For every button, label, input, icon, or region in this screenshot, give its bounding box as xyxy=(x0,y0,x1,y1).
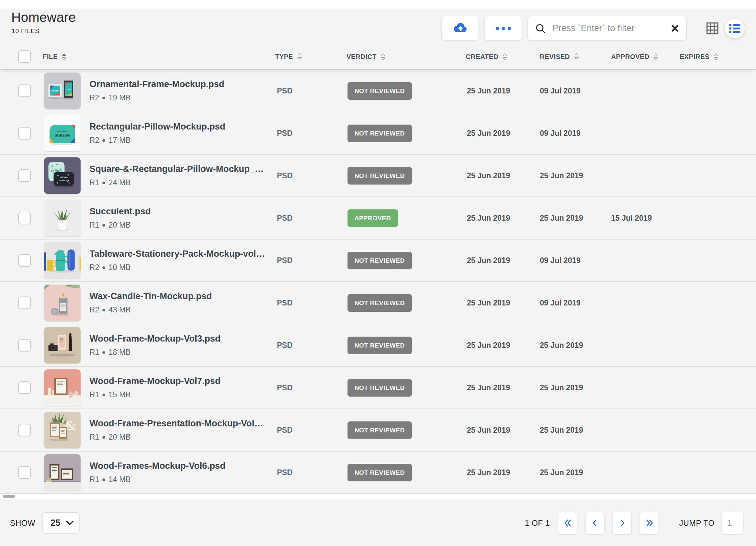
file-size: 15 MB xyxy=(108,390,130,399)
divider xyxy=(696,20,696,37)
file-thumbnail[interactable] xyxy=(44,200,81,236)
column-header-created[interactable]: CREATED xyxy=(451,53,527,61)
sort-icon[interactable] xyxy=(653,53,658,61)
file-revision: R2 xyxy=(90,263,99,272)
file-size: 19 MB xyxy=(108,93,130,102)
grid-icon xyxy=(706,22,719,34)
sort-icon[interactable] xyxy=(297,53,302,61)
revised-date: 25 Jun 2019 xyxy=(527,426,600,435)
row-type-cell: PSD xyxy=(269,171,335,180)
row-checkbox[interactable] xyxy=(18,254,31,267)
column-header-approved[interactable]: APPROVED xyxy=(600,53,673,61)
column-header-verdict[interactable]: VERDICT xyxy=(335,53,451,61)
column-label: APPROVED xyxy=(611,53,649,61)
sort-icon[interactable] xyxy=(574,53,579,61)
file-name[interactable]: Ornamental-Frame-Mockup.psd xyxy=(90,79,267,90)
file-thumbnail[interactable] xyxy=(44,284,81,321)
column-label: TYPE xyxy=(275,53,293,61)
file-name[interactable]: Wood-Frame-Presentation-Mockup-Vol9.… xyxy=(90,418,267,429)
row-checkbox[interactable] xyxy=(18,381,31,394)
verdict-badge: NOT REVIEWED xyxy=(347,336,412,354)
column-header-type[interactable]: TYPE xyxy=(269,53,335,61)
row-type-cell: PSD xyxy=(269,426,335,435)
file-type: PSD xyxy=(277,171,292,180)
row-checkbox[interactable] xyxy=(18,85,31,97)
revised-date: 25 Jun 2019 xyxy=(527,171,600,180)
row-checkbox-cell xyxy=(10,85,33,97)
jump-to-value: 1 xyxy=(727,518,732,528)
sort-icon[interactable] xyxy=(381,53,386,61)
filter-input[interactable] xyxy=(552,23,671,34)
list-view-button[interactable] xyxy=(725,19,745,38)
file-thumbnail[interactable] xyxy=(44,327,81,363)
created-date: 25 Jun 2019 xyxy=(451,426,527,435)
clear-filter-icon[interactable] xyxy=(671,24,679,32)
file-revision: R1 xyxy=(90,475,99,484)
first-page-button[interactable] xyxy=(558,512,577,534)
file-revision: R1 xyxy=(90,390,99,399)
file-revision: R2 xyxy=(90,136,99,145)
grid-view-button[interactable] xyxy=(704,22,720,34)
column-header-file[interactable]: FILE xyxy=(33,53,269,61)
scrollbar-thumb[interactable] xyxy=(3,495,15,498)
file-thumbnail[interactable] xyxy=(44,454,81,491)
verdict-badge: NOT REVIEWED xyxy=(347,167,412,185)
file-meta: R1 14 MB xyxy=(90,475,269,484)
row-checkbox[interactable] xyxy=(18,169,31,182)
row-checkbox-cell xyxy=(10,296,33,309)
svg-text:Sunrise: Sunrise xyxy=(54,133,70,138)
top-strip xyxy=(0,0,756,9)
file-size: 14 MB xyxy=(108,475,130,484)
jump-to-input[interactable]: 1 xyxy=(722,512,743,534)
last-page-button[interactable] xyxy=(640,512,659,534)
row-checkbox[interactable] xyxy=(18,466,31,479)
sort-icon[interactable] xyxy=(714,53,719,61)
column-header-revised[interactable]: REVISED xyxy=(527,53,600,61)
table-header-row: FILETYPEVERDICTCREATEDREVISEDAPPROVEDEXP… xyxy=(10,45,746,68)
file-name[interactable]: Wood-Frame-Mockup-Vol7.psd xyxy=(90,376,267,386)
select-all-checkbox[interactable] xyxy=(18,50,31,63)
row-checkbox[interactable] xyxy=(18,127,31,140)
cloud-upload-icon xyxy=(452,22,468,35)
more-options-button[interactable] xyxy=(485,16,522,40)
file-type: PSD xyxy=(277,298,292,307)
file-name[interactable]: Tableware-Stationery-Pack-Mockup-vol-… xyxy=(90,249,267,259)
file-name[interactable]: Wax-Candle-Tin-Mockup.psd xyxy=(90,291,267,301)
file-thumbnail[interactable]: FamilyLove xyxy=(44,73,81,109)
row-checkbox[interactable] xyxy=(18,296,31,309)
file-thumbnail[interactable]: English garden xyxy=(44,242,81,278)
file-thumbnail[interactable]: Wake up withSunrise xyxy=(44,115,81,152)
file-thumbnail[interactable] xyxy=(44,369,81,406)
revised-date: 25 Jun 2019 xyxy=(527,341,600,350)
file-name[interactable]: Square-&-Rectangular-Pillow-Mockup_v1… xyxy=(90,164,267,174)
file-meta: R2 17 MB xyxy=(90,136,269,145)
created-date: 25 Jun 2019 xyxy=(451,383,527,392)
sort-icon[interactable] xyxy=(502,53,507,61)
row-thumb-cell: PillowPillowMockup xyxy=(33,157,86,194)
revised-date: 25 Jun 2019 xyxy=(527,468,600,477)
file-type: PSD xyxy=(277,341,292,349)
horizontal-scrollbar[interactable] xyxy=(0,494,756,499)
file-thumbnail[interactable]: PillowPillowMockup xyxy=(44,157,81,194)
row-checkbox[interactable] xyxy=(18,212,31,224)
page-size-value: 25 xyxy=(50,518,60,528)
page-size-select[interactable]: 25 xyxy=(42,512,80,534)
upload-button[interactable] xyxy=(442,16,478,40)
table-row: Wax-Candle-Tin-Mockup.psd R2 43 MB PSD N… xyxy=(0,282,756,324)
file-name[interactable]: Wood-Frames-Mockup-Vol6.psd xyxy=(90,461,267,471)
verdict-badge: NOT REVIEWED xyxy=(347,125,412,142)
file-meta: R1 24 MB xyxy=(90,178,269,187)
next-page-button[interactable] xyxy=(613,512,631,534)
prev-page-button[interactable] xyxy=(586,512,604,534)
file-name[interactable]: Rectangular-Pillow-Mockup.psd xyxy=(90,122,267,132)
column-header-expires[interactable]: EXPIRES xyxy=(673,53,746,61)
file-name[interactable]: Succulent.psd xyxy=(90,207,267,217)
file-name[interactable]: Wood-Frame-Mockup-Vol3.psd xyxy=(90,334,267,344)
file-thumbnail[interactable]: & xyxy=(44,412,81,448)
column-label: VERDICT xyxy=(347,53,377,61)
revised-date: 09 Jul 2019 xyxy=(527,87,600,95)
row-checkbox[interactable] xyxy=(18,424,31,436)
row-checkbox[interactable] xyxy=(18,339,31,351)
revised-date: 09 Jul 2019 xyxy=(527,256,600,265)
sort-icon[interactable] xyxy=(62,53,67,61)
